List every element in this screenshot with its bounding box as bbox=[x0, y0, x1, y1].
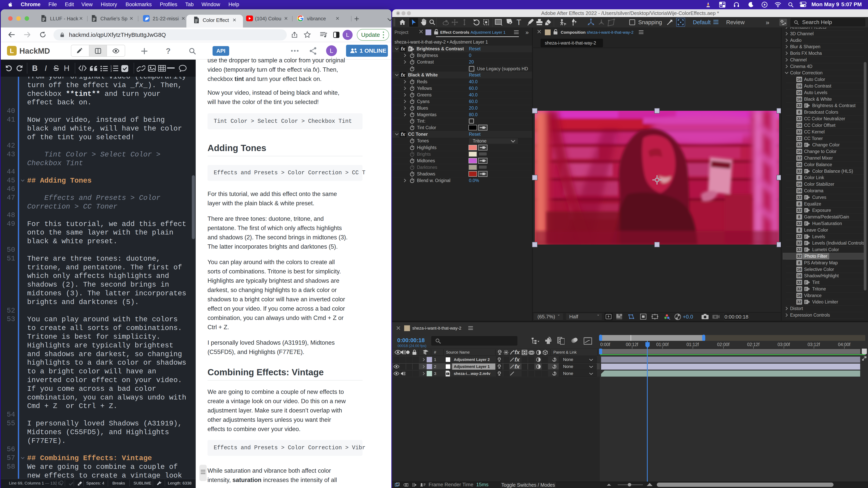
svg-text:4K: 4K bbox=[447, 373, 448, 375]
svg-text:3: 3 bbox=[111, 69, 112, 72]
